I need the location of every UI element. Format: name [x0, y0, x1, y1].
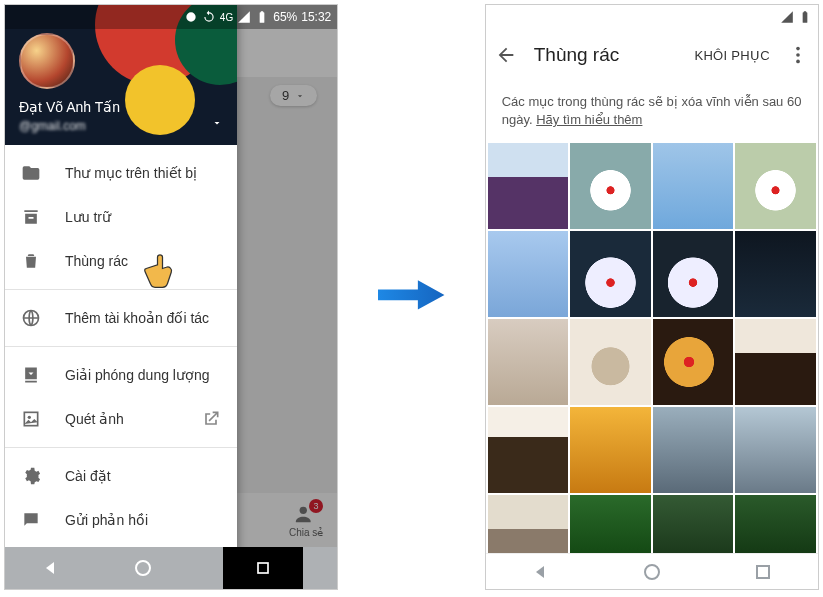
open-external-icon: [201, 409, 221, 429]
signal-icon: [237, 10, 251, 24]
photo-thumbnail[interactable]: [488, 495, 569, 553]
battery-icon: [255, 10, 269, 24]
account-name: Đạt Võ Anh Tấn: [19, 99, 120, 115]
feedback-icon: [21, 510, 41, 530]
photo-thumbnail[interactable]: [735, 231, 816, 317]
sync-icon: [202, 10, 216, 24]
drawer-list: Thư mục trên thiết bị Lưu trữ Thùng rác …: [5, 145, 237, 589]
nav-home-button[interactable]: [640, 560, 664, 584]
photo-thumbnail[interactable]: [653, 231, 734, 317]
page-title: Thùng rác: [534, 44, 679, 66]
menu-free-up-space[interactable]: Giải phóng dung lượng: [5, 353, 237, 397]
battery-percent: 65%: [273, 10, 297, 24]
svg-rect-11: [757, 566, 769, 578]
menu-label: Lưu trữ: [65, 209, 111, 225]
menu-label: Thư mục trên thiết bị: [65, 165, 197, 181]
alarm-icon: [184, 10, 198, 24]
battery-icon: [798, 10, 812, 24]
restore-button[interactable]: KHÔI PHỤC: [694, 48, 770, 63]
app-toolbar: Thùng rác KHÔI PHỤC: [486, 29, 818, 81]
photo-thumbnail[interactable]: [653, 495, 734, 553]
account-caret-icon[interactable]: [211, 117, 223, 129]
globe-icon: [21, 308, 41, 328]
photo-thumbnail[interactable]: [735, 407, 816, 493]
menu-label: Giải phóng dung lượng: [65, 367, 210, 383]
gear-icon: [21, 466, 41, 486]
free-space-icon: [21, 365, 41, 385]
divider: [5, 447, 237, 448]
svg-point-7: [796, 47, 800, 51]
menu-scan-photos[interactable]: Quét ảnh: [5, 397, 237, 441]
network-type-label: 4G: [220, 12, 233, 23]
scan-icon: [21, 409, 41, 429]
menu-label: Thêm tài khoản đối tác: [65, 310, 209, 326]
overflow-menu-button[interactable]: [786, 43, 810, 67]
svg-rect-6: [258, 563, 268, 573]
divider: [5, 346, 237, 347]
archive-icon: [21, 207, 41, 227]
menu-label: Thùng rác: [65, 253, 128, 269]
account-email: @gmail.com: [19, 119, 86, 133]
photo-thumbnail[interactable]: [570, 143, 651, 229]
trash-photo-grid: [486, 143, 818, 553]
nav-drawer: Đạt Võ Anh Tấn @gmail.com Thư mục trên t…: [5, 5, 237, 589]
back-button[interactable]: [494, 43, 518, 67]
photo-thumbnail[interactable]: [488, 407, 569, 493]
photo-thumbnail[interactable]: [488, 319, 569, 405]
trash-icon: [21, 251, 41, 271]
svg-point-3: [28, 416, 31, 419]
photo-thumbnail[interactable]: [570, 495, 651, 553]
photo-thumbnail[interactable]: [735, 495, 816, 553]
menu-feedback[interactable]: Gửi phản hồi: [5, 498, 237, 542]
nav-home-button[interactable]: [131, 556, 155, 580]
signal-icon: [780, 10, 794, 24]
avatar[interactable]: [19, 33, 75, 89]
photo-thumbnail[interactable]: [653, 319, 734, 405]
photo-thumbnail[interactable]: [570, 319, 651, 405]
nav-back-button[interactable]: [39, 556, 63, 580]
menu-device-folders[interactable]: Thư mục trên thiết bị: [5, 151, 237, 195]
photo-thumbnail[interactable]: [735, 143, 816, 229]
nav-recents-button[interactable]: [751, 560, 775, 584]
folder-icon: [21, 163, 41, 183]
photo-thumbnail[interactable]: [488, 231, 569, 317]
photo-thumbnail[interactable]: [488, 143, 569, 229]
phone-left: 9 3 Chia sẻ 4G 65% 15:32: [4, 4, 338, 590]
system-navbar: [5, 547, 337, 589]
photo-thumbnail[interactable]: [735, 319, 816, 405]
clock-label: 15:32: [301, 10, 331, 24]
nav-recents-button[interactable]: [223, 547, 303, 589]
system-navbar: [486, 553, 818, 589]
menu-label: Quét ảnh: [65, 411, 124, 427]
divider: [5, 289, 237, 290]
photo-thumbnail[interactable]: [570, 407, 651, 493]
statusbar: 4G 65% 15:32: [5, 5, 337, 29]
nav-back-button[interactable]: [529, 560, 553, 584]
menu-settings[interactable]: Cài đặt: [5, 454, 237, 498]
menu-archive[interactable]: Lưu trữ: [5, 195, 237, 239]
info-banner: Các mục trong thùng rác sẽ bị xóa vĩnh v…: [486, 81, 818, 143]
photo-thumbnail[interactable]: [653, 407, 734, 493]
tutorial-pointer-icon: [140, 251, 180, 291]
photo-thumbnail[interactable]: [653, 143, 734, 229]
svg-point-5: [136, 561, 150, 575]
flow-arrow-icon: [378, 275, 444, 319]
menu-label: Gửi phản hồi: [65, 512, 148, 528]
photo-thumbnail[interactable]: [570, 231, 651, 317]
phone-right: Thùng rác KHÔI PHỤC Các mục trong thùng …: [485, 4, 819, 590]
menu-trash[interactable]: Thùng rác: [5, 239, 237, 283]
svg-point-8: [796, 53, 800, 57]
svg-point-10: [645, 565, 659, 579]
svg-point-9: [796, 60, 800, 64]
learn-more-link[interactable]: Hãy tìm hiểu thêm: [536, 112, 642, 127]
statusbar: [486, 5, 818, 29]
menu-label: Cài đặt: [65, 468, 111, 484]
menu-partner-account[interactable]: Thêm tài khoản đối tác: [5, 296, 237, 340]
